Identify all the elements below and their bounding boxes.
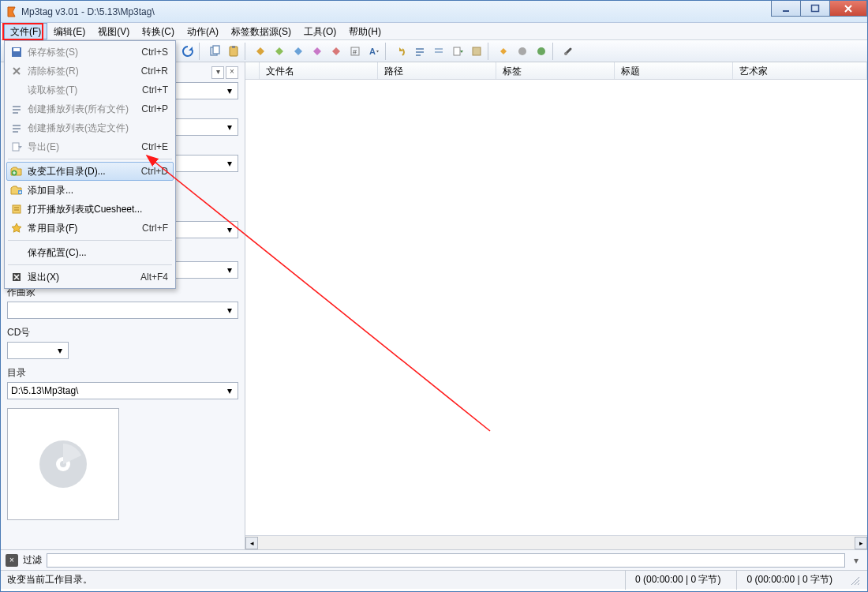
minimize-button[interactable]: [771, 1, 801, 17]
menu-convert[interactable]: 转换(C): [136, 23, 181, 39]
menu-separator: [8, 264, 172, 265]
col-artist[interactable]: 艺术家: [733, 62, 867, 79]
svg-rect-24: [13, 106, 21, 107]
file-menu-item: 读取标签(T)Ctrl+T: [6, 81, 174, 99]
col-tag[interactable]: 标签: [496, 62, 615, 79]
paste-icon[interactable]: [224, 42, 243, 61]
field-directory[interactable]: D:\5.13\Mp3tag\▾: [7, 382, 238, 399]
menu-actions[interactable]: 动作(A): [181, 23, 225, 39]
app-window: Mp3tag v3.01 - D:\5.13\Mp3tag\ 文件(F) 编辑(…: [0, 0, 868, 592]
svg-text:#: #: [353, 48, 357, 56]
folder-swap-icon: [9, 163, 24, 179]
menu-item-shortcut: Ctrl+R: [141, 66, 168, 77]
filter-bar: × 过滤 ▾: [1, 549, 867, 570]
menu-edit[interactable]: 编辑(E): [47, 23, 92, 39]
cover-icon[interactable]: [467, 42, 486, 61]
websource2-icon[interactable]: [532, 42, 551, 61]
svg-rect-11: [416, 54, 421, 56]
scroll-left-icon[interactable]: ◂: [245, 537, 258, 549]
panel-close-icon[interactable]: ×: [226, 66, 238, 79]
panel-dropdown-icon[interactable]: ▾: [211, 66, 224, 79]
file-menu-item[interactable]: 添加目录...: [6, 181, 174, 200]
menu-separator: [8, 240, 172, 241]
menu-item-shortcut: Ctrl+D: [141, 166, 168, 177]
filename-to-tag-icon[interactable]: [270, 42, 289, 61]
col-title[interactable]: 标题: [615, 62, 733, 79]
col-filename[interactable]: 文件名: [260, 62, 378, 79]
field-cdno[interactable]: ▾: [7, 342, 69, 359]
menu-help[interactable]: 帮助(H): [342, 23, 387, 39]
window-title: Mp3tag v3.01 - D:\5.13\Mp3tag\: [21, 6, 155, 17]
list-area[interactable]: [245, 80, 867, 535]
websource-icon[interactable]: [513, 42, 532, 61]
file-menu-item[interactable]: 打开播放列表或Cuesheet...: [6, 200, 174, 219]
menu-item-label: 常用目录(F): [28, 222, 142, 235]
svg-point-18: [564, 52, 567, 55]
svg-rect-10: [416, 51, 424, 53]
svg-rect-0: [783, 10, 789, 12]
maximize-button[interactable]: [800, 1, 830, 17]
settings-icon[interactable]: [559, 42, 578, 61]
file-menu-item[interactable]: 保存配置(C)...: [6, 243, 174, 262]
svg-point-17: [537, 47, 545, 55]
undo-icon[interactable]: [391, 42, 410, 61]
svg-rect-9: [416, 48, 424, 50]
svg-rect-1: [812, 5, 819, 11]
menu-item-label: 改变工作目录(D)...: [28, 165, 141, 178]
tag-to-tag-icon[interactable]: [289, 42, 308, 61]
horizontal-scrollbar[interactable]: ◂ ▸: [245, 535, 867, 549]
chevron-down-icon: ▾: [223, 157, 236, 170]
playlist-icon: [9, 201, 24, 217]
filter-label: 过滤: [23, 553, 42, 567]
filter-input[interactable]: [47, 553, 845, 568]
file-menu-item[interactable]: 退出(X)Alt+F4: [6, 268, 174, 287]
chevron-down-icon: ▾: [223, 384, 236, 397]
refresh-icon[interactable]: [178, 42, 197, 61]
list-icon: [9, 101, 24, 117]
svg-rect-25: [13, 109, 21, 111]
svg-rect-29: [13, 131, 18, 133]
file-menu-item[interactable]: 常用目录(F)Ctrl+F: [6, 219, 174, 238]
rename-icon[interactable]: [308, 42, 327, 61]
menu-view[interactable]: 视图(V): [92, 23, 136, 39]
tagsource-icon[interactable]: [494, 42, 513, 61]
menu-file[interactable]: 文件(F): [4, 23, 47, 39]
svg-rect-28: [13, 128, 21, 129]
chevron-down-icon: ▾: [223, 84, 236, 97]
file-menu-item: 导出(E)Ctrl+E: [6, 137, 174, 156]
playlist-icon[interactable]: [410, 42, 429, 61]
filter-dropdown-icon[interactable]: ▾: [850, 555, 862, 566]
field-composer[interactable]: ▾: [7, 302, 238, 319]
svg-rect-15: [473, 47, 481, 55]
folder-plus-icon: [9, 182, 24, 198]
menu-tagsources[interactable]: 标签数据源(S): [225, 23, 297, 39]
cover-art-box[interactable]: [7, 408, 119, 520]
menu-item-label: 创建播放列表(所有文件): [28, 103, 141, 116]
menu-item-shortcut: Ctrl+T: [142, 84, 168, 96]
app-icon: [6, 6, 18, 18]
file-menu-item: 创建播放列表(选定文件): [6, 118, 174, 137]
export-icon[interactable]: [448, 42, 467, 61]
col-path[interactable]: 路径: [378, 62, 496, 79]
playlist2-icon[interactable]: [429, 42, 448, 61]
close-button[interactable]: [829, 1, 867, 17]
title-bar: Mp3tag v3.01 - D:\5.13\Mp3tag\: [1, 1, 867, 23]
filter-close-icon[interactable]: ×: [6, 554, 18, 567]
svg-rect-5: [232, 46, 235, 48]
export-icon: [9, 139, 24, 155]
resize-grip-icon[interactable]: [848, 574, 861, 586]
tag-to-filename-icon[interactable]: [251, 42, 270, 61]
menu-item-label: 读取标签(T): [28, 84, 142, 97]
file-menu-item[interactable]: 改变工作目录(D)...Ctrl+D: [6, 162, 174, 181]
status-count-total: 0 (00:00:00 | 0 字节): [736, 571, 842, 590]
disc-icon: [36, 437, 91, 492]
autonumber-icon[interactable]: #: [346, 42, 365, 61]
actions-dropdown-icon[interactable]: A: [365, 42, 383, 61]
menu-tools[interactable]: 工具(O): [297, 23, 342, 39]
text-file-icon[interactable]: [327, 42, 346, 61]
copy-icon[interactable]: [205, 42, 224, 61]
file-menu-item: 清除标签(R)Ctrl+R: [6, 62, 174, 81]
chevron-down-icon: ▾: [54, 344, 66, 357]
svg-rect-12: [435, 48, 443, 50]
scroll-right-icon[interactable]: ▸: [855, 537, 867, 549]
